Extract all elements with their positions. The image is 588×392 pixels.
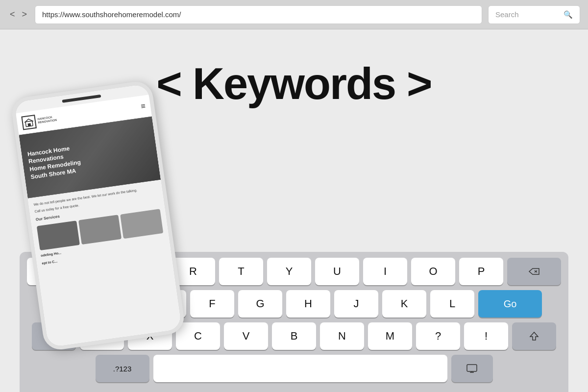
key-space[interactable]	[153, 355, 447, 382]
key-m[interactable]: M	[368, 322, 412, 350]
key-u[interactable]: U	[315, 258, 359, 285]
phone-menu-icon[interactable]: ≡	[140, 101, 146, 111]
search-bar-container[interactable]: Search 🔍	[488, 5, 580, 24]
key-j[interactable]: J	[334, 290, 378, 318]
key-go[interactable]: Go	[478, 290, 542, 318]
key-g[interactable]: G	[238, 290, 282, 318]
keywords-heading: < Keywords >	[156, 59, 431, 109]
phone-notch	[62, 95, 101, 103]
key-numbers[interactable]: .?123	[96, 355, 149, 382]
key-y[interactable]: Y	[267, 258, 311, 285]
phone-tile-1	[37, 220, 80, 250]
key-backspace[interactable]	[507, 258, 561, 285]
main-content: < Keywords > HANCOCK RENOVATION ≡	[0, 29, 588, 392]
key-emoji[interactable]	[451, 355, 493, 382]
phone-logo: HANCOCK RENOVATION	[21, 112, 57, 130]
key-n[interactable]: N	[320, 322, 364, 350]
phone-logo-icon	[21, 115, 37, 130]
key-v[interactable]: V	[224, 322, 268, 350]
key-i[interactable]: I	[363, 258, 407, 285]
key-exclamation[interactable]: !	[464, 322, 508, 350]
phone-logo-text: HANCOCK RENOVATION	[37, 115, 57, 125]
key-b[interactable]: B	[272, 322, 316, 350]
key-t[interactable]: T	[219, 258, 263, 285]
back-button[interactable]: <	[8, 8, 17, 21]
nav-arrows: < >	[8, 8, 29, 21]
key-c[interactable]: C	[176, 322, 220, 350]
key-question[interactable]: ?	[416, 322, 460, 350]
key-shift-right[interactable]	[512, 322, 556, 350]
keyboard-row-4: .?123	[24, 355, 564, 382]
phone-screen: HANCOCK RENOVATION ≡ Hancock Home Renova…	[14, 84, 181, 347]
search-label: Search	[495, 10, 519, 19]
key-k[interactable]: K	[382, 290, 426, 318]
url-bar[interactable]	[35, 5, 482, 24]
key-o[interactable]: O	[411, 258, 455, 285]
key-f[interactable]: F	[190, 290, 234, 318]
svg-rect-1	[27, 123, 31, 126]
svg-rect-2	[467, 365, 477, 371]
forward-button[interactable]: >	[20, 8, 29, 21]
phone-tile-3	[120, 209, 163, 239]
key-l[interactable]: L	[430, 290, 474, 318]
search-icon: 🔍	[564, 10, 573, 19]
key-p[interactable]: P	[459, 258, 503, 285]
phone-tile-2	[78, 215, 122, 245]
key-h[interactable]: H	[286, 290, 330, 318]
browser-bar: < > Search 🔍	[0, 0, 588, 29]
